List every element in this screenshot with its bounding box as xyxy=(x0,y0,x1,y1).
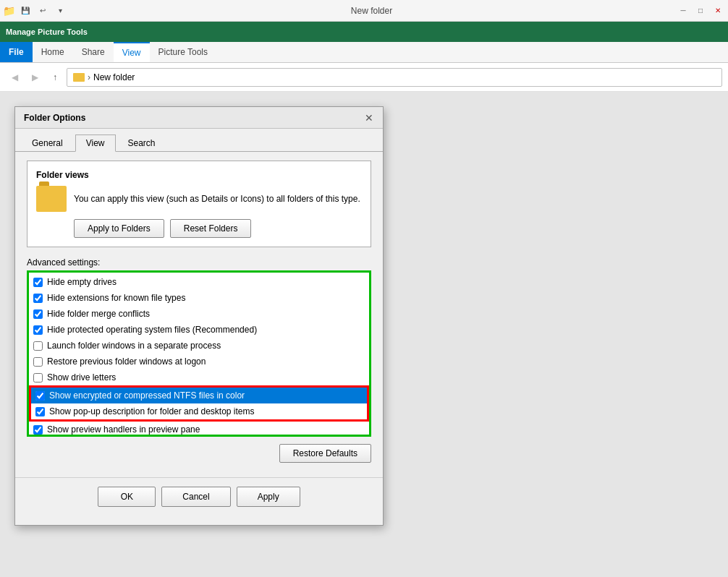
setting-hide-empty-drives: Hide empty drives xyxy=(29,274,369,290)
folder-views-buttons: Apply to Folders Reset Folders xyxy=(74,219,362,238)
dialog-title-text: Folder Options xyxy=(24,113,85,123)
cb-show-popup[interactable] xyxy=(35,407,45,416)
cb-hide-merge[interactable] xyxy=(33,309,43,319)
back-button[interactable]: ◀ xyxy=(6,69,23,86)
ok-button[interactable]: OK xyxy=(98,487,156,507)
path-folder-name: New folder xyxy=(93,72,135,82)
qat-dropdown-btn[interactable]: ▾ xyxy=(53,4,67,18)
apply-to-folders-button[interactable]: Apply to Folders xyxy=(74,219,164,238)
ribbon-tab-file[interactable]: File xyxy=(0,42,33,62)
quick-undo-btn[interactable]: ↩ xyxy=(35,4,50,18)
tab-search[interactable]: Search xyxy=(117,134,166,151)
cb-show-preview[interactable] xyxy=(33,425,43,435)
cancel-button[interactable]: Cancel xyxy=(161,487,230,507)
path-folder-icon xyxy=(73,73,85,82)
settings-list-container[interactable]: Hide empty drives Hide extensions for kn… xyxy=(27,270,371,437)
ribbon-manage-label: Manage Picture Tools xyxy=(6,27,88,36)
setting-hide-extensions: Hide extensions for known file types xyxy=(29,290,369,306)
ribbon-tab-view[interactable]: View xyxy=(114,42,150,62)
setting-show-encrypted: Show encrypted or compressed NTFS files … xyxy=(31,388,367,403)
cb-hide-protected[interactable] xyxy=(33,325,43,335)
dialog-tabs: General View Search xyxy=(15,129,383,152)
setting-show-drive-letters: Show drive letters xyxy=(29,369,369,385)
tab-view[interactable]: View xyxy=(75,134,116,152)
folder-views-inner: You can apply this view (such as Details… xyxy=(36,186,362,212)
dialog-close-button[interactable]: ✕ xyxy=(361,110,377,126)
main-area: Folder Options ✕ General View Search Fol… xyxy=(0,92,728,577)
setting-show-popup: Show pop-up description for folder and d… xyxy=(31,403,367,419)
window-title: New folder xyxy=(70,6,673,16)
folder-options-dialog: Folder Options ✕ General View Search Fol… xyxy=(14,106,384,526)
title-bar: 📁 💾 ↩ ▾ New folder ─ □ ✕ xyxy=(0,0,728,22)
forward-button[interactable]: ▶ xyxy=(26,69,43,86)
folder-views-description: You can apply this view (such as Details… xyxy=(74,193,362,205)
setting-hide-merge: Hide folder merge conflicts xyxy=(29,306,369,322)
address-path[interactable]: › New folder xyxy=(67,68,722,87)
folder-icon-large xyxy=(36,186,67,212)
app-icon: 📁 xyxy=(3,5,15,17)
dialog-content: Folder views You can apply this view (su… xyxy=(15,152,383,471)
restore-defaults-button[interactable]: Restore Defaults xyxy=(279,444,371,463)
quick-save-btn[interactable]: 💾 xyxy=(18,4,33,18)
reset-folders-button[interactable]: Reset Folders xyxy=(170,219,252,238)
address-bar: ◀ ▶ ↑ › New folder xyxy=(0,63,728,92)
ribbon-tab-home[interactable]: Home xyxy=(33,42,73,62)
folder-views-box: Folder views You can apply this view (su… xyxy=(27,161,371,247)
cb-restore-previous[interactable] xyxy=(33,357,43,367)
red-border-group: Show encrypted or compressed NTFS files … xyxy=(29,385,369,422)
dialog-title-bar: Folder Options ✕ xyxy=(15,107,383,129)
setting-show-preview: Show preview handlers in preview pane xyxy=(29,422,369,437)
folder-views-title: Folder views xyxy=(36,170,362,180)
cb-hide-extensions[interactable] xyxy=(33,294,43,303)
cb-launch-separate[interactable] xyxy=(33,341,43,351)
ribbon-tab-share[interactable]: Share xyxy=(73,42,114,62)
apply-button[interactable]: Apply xyxy=(237,487,300,507)
tab-general[interactable]: General xyxy=(21,134,74,151)
path-separator: › xyxy=(88,72,90,82)
setting-hide-protected: Hide protected operating system files (R… xyxy=(29,322,369,338)
setting-restore-previous: Restore previous folder windows at logon xyxy=(29,354,369,369)
ribbon-tab-picture-tools[interactable]: Picture Tools xyxy=(150,42,216,62)
up-button[interactable]: ↑ xyxy=(46,69,64,86)
setting-launch-separate: Launch folder windows in a separate proc… xyxy=(29,338,369,354)
minimize-btn[interactable]: ─ xyxy=(676,4,690,18)
window-close-btn[interactable]: ✕ xyxy=(711,4,725,18)
advanced-settings-label: Advanced settings: xyxy=(27,257,371,268)
dialog-overlay: Folder Options ✕ General View Search Fol… xyxy=(0,92,728,577)
cb-show-drive-letters[interactable] xyxy=(33,373,43,382)
dialog-buttons: OK Cancel Apply xyxy=(15,477,383,516)
cb-hide-empty-drives[interactable] xyxy=(33,278,43,287)
ribbon-manage-bar: Manage Picture Tools xyxy=(0,22,728,42)
maximize-btn[interactable]: □ xyxy=(693,4,708,18)
cb-show-encrypted[interactable] xyxy=(35,391,45,401)
restore-defaults-row: Restore Defaults xyxy=(27,444,371,463)
ribbon-tabs-row: File Home Share View Picture Tools xyxy=(0,42,728,63)
settings-list: Hide empty drives Hide extensions for kn… xyxy=(29,273,369,437)
